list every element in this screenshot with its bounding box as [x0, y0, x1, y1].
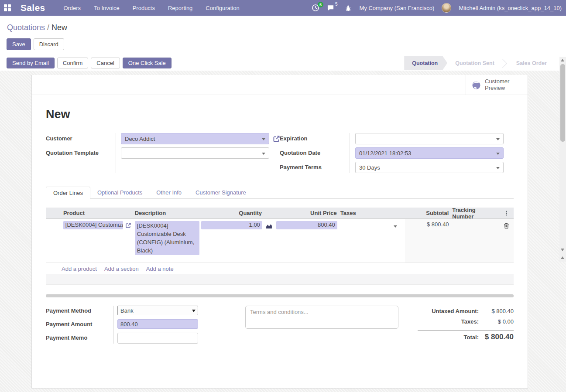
customer-field[interactable]: Deco Addict: [121, 133, 269, 144]
menu-products[interactable]: Products: [133, 5, 155, 11]
payment-memo-input[interactable]: [117, 333, 198, 344]
menu-configuration[interactable]: Configuration: [206, 5, 239, 11]
status-quotation[interactable]: Quotation: [404, 56, 447, 70]
confirm-button[interactable]: Confirm: [57, 58, 89, 68]
col-quantity[interactable]: Quantity: [199, 210, 264, 216]
record-title: New: [46, 108, 528, 121]
col-taxes[interactable]: Taxes: [339, 210, 405, 216]
status-pipeline: Quotation Quotation Sent Sales Order: [404, 56, 555, 70]
payment-terms-label: Payment Terms: [280, 162, 350, 173]
quotation-date-field[interactable]: 01/12/2021 18:02:53: [355, 147, 504, 159]
open-product-record-icon[interactable]: [125, 222, 131, 228]
user-menu[interactable]: Mitchell Admin (ks_oneclick_app_14_10): [459, 5, 562, 11]
cancel-button[interactable]: Cancel: [91, 58, 120, 68]
untaxed-amount-label: Untaxed Amount:: [432, 308, 479, 314]
activity-count-badge: 5: [318, 2, 323, 7]
open-customer-record-icon[interactable]: [273, 135, 280, 143]
payment-terms-field[interactable]: 30 Days: [355, 162, 504, 173]
debug-bug-icon[interactable]: [345, 4, 352, 12]
user-avatar[interactable]: [442, 3, 451, 13]
add-a-section-link[interactable]: Add a section: [104, 266, 139, 272]
payment-group: Payment Method Bank Payment Amount Payme…: [46, 306, 229, 344]
activity-clock-icon[interactable]: 5: [312, 4, 319, 12]
delete-row-icon[interactable]: [504, 223, 509, 229]
customer-preview-button[interactable]: Customer Preview: [466, 75, 528, 95]
menu-to-invoice[interactable]: To Invoice: [94, 5, 120, 11]
col-unit-price[interactable]: Unit Price: [274, 210, 339, 216]
topbar-systray: 5 5 My Company (San Francisco) Mitchell …: [312, 3, 566, 13]
status-quotation-sent[interactable]: Quotation Sent: [447, 56, 502, 70]
payment-amount-input[interactable]: [117, 319, 198, 329]
taxes-cell[interactable]: [341, 221, 403, 232]
breadcrumb-quotations[interactable]: Quotations: [7, 23, 45, 32]
description-cell[interactable]: [DESK0004] Customizable Desk (CONFIG) (A…: [135, 221, 199, 255]
scroll-down-icon[interactable]: [561, 249, 564, 251]
col-subtotal[interactable]: Subtotal: [405, 210, 450, 216]
tab-order-lines[interactable]: Order Lines: [46, 187, 90, 199]
scroll-up-secondary-icon[interactable]: [561, 256, 564, 259]
save-button[interactable]: Save: [7, 38, 31, 50]
tab-optional-products[interactable]: Optional Products: [90, 187, 149, 198]
total-label: Total:: [464, 334, 479, 341]
scroll-up-icon[interactable]: [561, 59, 564, 61]
taxes-total-value: $ 0.00: [479, 318, 514, 325]
topbar: Sales Orders To Invoice Products Reporti…: [0, 0, 566, 16]
customer-label: Customer: [46, 133, 116, 144]
quantity-cell[interactable]: 1.00: [201, 221, 262, 229]
row-drag-handle[interactable]: [46, 219, 62, 221]
messages-count: 5: [335, 2, 338, 7]
add-a-product-link[interactable]: Add a product: [62, 266, 97, 272]
unit-price-cell[interactable]: 800.40: [276, 221, 337, 229]
add-a-note-link[interactable]: Add a note: [146, 266, 174, 272]
taxes-total-label: Taxes:: [461, 318, 479, 325]
menu-orders[interactable]: Orders: [63, 5, 81, 11]
expiration-field[interactable]: [355, 133, 504, 144]
status-separator-icon: [502, 56, 508, 70]
action-buttons-row: Send by Email Confirm Cancel One Click S…: [0, 56, 566, 70]
payment-terms-value: 30 Days: [359, 164, 380, 171]
order-lines-header: Product Description Quantity Unit Price …: [46, 208, 514, 219]
payment-method-value: Bank: [120, 307, 134, 314]
tab-other-info[interactable]: Other Info: [149, 187, 189, 198]
payment-memo-label: Payment Memo: [46, 333, 113, 344]
menu-reporting[interactable]: Reporting: [168, 5, 192, 11]
forecast-chart-icon[interactable]: [266, 222, 272, 229]
field-group-left: Customer Deco Addict Quotation Template: [46, 133, 280, 173]
product-cell[interactable]: [DESK0004] Customizal: [63, 221, 123, 229]
optional-columns-icon[interactable]: ⋮: [504, 210, 509, 216]
totals-block: Untaxed Amount: $ 800.40 Taxes: $ 0.00 T…: [418, 306, 514, 344]
company-switcher[interactable]: My Company (San Francisco): [359, 5, 434, 11]
discard-button[interactable]: Discard: [34, 38, 64, 50]
caret-down-icon: [496, 138, 500, 140]
quotation-template-field[interactable]: [121, 147, 269, 159]
quotation-date-value: 01/12/2021 18:02:53: [359, 150, 411, 157]
messages-icon[interactable]: 5: [327, 4, 338, 11]
col-tracking-number[interactable]: Tracking Number: [450, 207, 499, 220]
send-by-email-button[interactable]: Send by Email: [7, 58, 55, 68]
breadcrumb: Quotations / New: [7, 23, 566, 32]
form-view-background: Customer Preview New Customer Deco Addic…: [0, 71, 566, 392]
total-value: $ 800.40: [479, 333, 514, 341]
terms-area: [245, 306, 398, 344]
untaxed-amount-value: $ 800.40: [479, 308, 514, 314]
col-description[interactable]: Description: [133, 210, 199, 216]
tracking-number-cell[interactable]: [451, 219, 500, 262]
caret-down-icon: [262, 138, 265, 140]
apps-menu-icon[interactable]: [4, 4, 11, 12]
notebook-tabs: Order Lines Optional Products Other Info…: [46, 187, 514, 199]
customer-value: Deco Addict: [125, 136, 155, 142]
payment-method-select[interactable]: Bank: [117, 306, 198, 315]
order-lines-horizontal-scrollbar[interactable]: [46, 294, 514, 297]
scrollbar-thumb[interactable]: [560, 64, 565, 142]
status-sales-order[interactable]: Sales Order: [508, 56, 555, 70]
col-product[interactable]: Product: [62, 210, 133, 216]
terms-and-conditions-textarea[interactable]: [245, 306, 398, 329]
order-lines-table: Product Description Quantity Unit Price …: [46, 208, 514, 297]
form-bottom-section: Payment Method Bank Payment Amount Payme…: [46, 306, 514, 344]
tab-customer-signature[interactable]: Customer Signature: [189, 187, 253, 198]
one-click-sale-button[interactable]: One Click Sale: [123, 58, 172, 68]
record-buttons-row: Save Discard: [0, 37, 566, 56]
payment-method-label: Payment Method: [46, 306, 113, 316]
caret-down-icon: [394, 225, 397, 228]
app-name[interactable]: Sales: [21, 3, 45, 13]
